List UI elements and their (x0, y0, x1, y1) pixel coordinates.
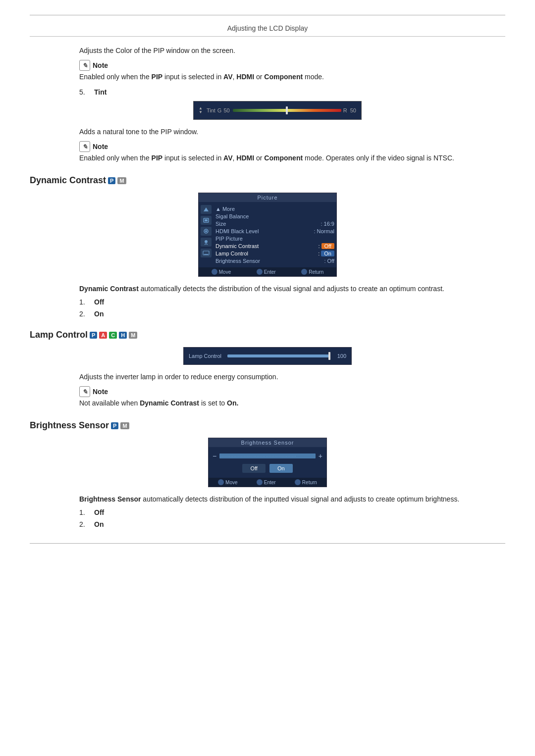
badge-p: P (108, 177, 115, 184)
dc-icon-3 (201, 227, 212, 236)
tint-intro: Adjusts the Color of the PIP window on t… (79, 46, 476, 56)
lamp-slider: Lamp Control 100 (183, 347, 352, 365)
dc-footer-return: Return (301, 269, 323, 275)
lamp-note: ✎ Note Not available when Dynamic Contra… (79, 386, 476, 408)
dc-heading-text: Dynamic Contrast (30, 175, 106, 186)
dc-menu-container: Picture (30, 193, 505, 277)
dc-item-brightness: Brightness Sensor : Off (215, 257, 334, 264)
tint-slider-container: ▲ ▼ Tint G 50 R 50 (79, 101, 476, 120)
lamp-track[interactable] (227, 354, 330, 357)
badge-m-bs: M (120, 422, 129, 429)
brightness-sensor-heading: Brightness Sensor P M (30, 420, 505, 431)
bs-item-off: 1. Off (79, 508, 476, 516)
tint-label: Tint (94, 88, 107, 96)
tint-description: Adds a natural tone to the PIP window. (79, 127, 476, 137)
badge-a-lamp: A (99, 332, 107, 339)
dc-menu-body: ▲ More Sigal Balance Size : 16:9 HDMI Bl… (199, 202, 336, 267)
lamp-thumb (328, 352, 330, 360)
dc-content: Dynamic Contrast automatically detects t… (79, 284, 476, 318)
bs-footer-enter: Enter (257, 479, 276, 485)
page-header: Adjusting the LCD Display (30, 24, 505, 37)
lamp-fill (227, 354, 330, 357)
dc-menu: Picture (198, 193, 337, 277)
tint-track[interactable] (233, 109, 341, 112)
tint-note-text-2: Enabled only when the PIP input is selec… (79, 153, 476, 163)
dc-item-more: ▲ More (215, 205, 334, 212)
page-container: Adjusting the LCD Display Adjusts the Co… (0, 0, 535, 756)
tint-thumb (286, 106, 288, 114)
bs-footer: Move Enter Return (209, 478, 326, 487)
dc-item-dynamic-contrast: Dynamic Contrast : Off (215, 242, 334, 250)
bs-dots: ········································… (220, 454, 296, 458)
badge-p-bs: P (111, 422, 118, 429)
svg-point-5 (205, 240, 208, 243)
tint-section: Adjusts the Color of the PIP window on t… (79, 46, 476, 163)
bs-move-icon (218, 479, 224, 485)
tint-note-2: ✎ Note Enabled only when the PIP input i… (79, 141, 476, 163)
tint-item: 5. Tint (79, 88, 476, 96)
top-rule (30, 15, 505, 15)
bs-item-on: 2. On (79, 520, 476, 528)
badge-m-lamp: M (129, 332, 137, 339)
dynamic-contrast-section: Dynamic Contrast P M Picture (30, 175, 505, 318)
lamp-content: Adjusts the inverter lamp in order to re… (79, 372, 476, 408)
svg-marker-0 (204, 207, 209, 211)
tint-left-value: 50 (223, 107, 229, 113)
brightness-sensor-section: Brightness Sensor P M Brightness Sensor … (30, 420, 505, 528)
enter-icon (257, 269, 263, 275)
bs-content: Brightness Sensor automatically detects … (79, 494, 476, 528)
note-label-2: Note (93, 143, 108, 151)
badge-h-lamp: H (119, 332, 127, 339)
svg-rect-7 (204, 254, 208, 255)
bs-footer-return: Return (295, 479, 317, 485)
bs-enter-icon (257, 479, 263, 485)
bs-buttons-row: Off On (213, 464, 322, 473)
note-icon-2: ✎ (79, 141, 90, 152)
dc-item-lamp: Lamp Control : On (215, 250, 334, 257)
tint-arrows: ▲ ▼ (199, 106, 203, 114)
dynamic-contrast-heading: Dynamic Contrast P M (30, 175, 505, 186)
bs-menu-title: Brightness Sensor (209, 438, 326, 447)
badge-m: M (117, 177, 126, 184)
dc-item-hdmi: HDMI Black Level : Normal (215, 227, 334, 235)
bs-footer-move: Move (218, 479, 237, 485)
lamp-value: 100 (334, 353, 346, 359)
move-icon (212, 269, 217, 275)
dc-footer-enter: Enter (257, 269, 276, 275)
dc-item-sigal: Sigal Balance (215, 212, 334, 220)
dc-menu-icons (201, 205, 212, 264)
dc-item-size: Size : 16:9 (215, 220, 334, 227)
note-icon-lamp: ✎ (79, 386, 90, 397)
bs-plus-icon[interactable]: + (319, 452, 322, 460)
bs-minus-icon[interactable]: − (213, 452, 216, 460)
bs-dots-bar: ········································… (219, 454, 316, 458)
dc-description: Dynamic Contrast automatically detects t… (79, 284, 476, 294)
svg-point-4 (205, 230, 207, 232)
bs-heading-text: Brightness Sensor (30, 420, 109, 431)
lamp-slider-label: Lamp Control (189, 353, 223, 359)
dc-footer-move: Move (212, 269, 231, 275)
lamp-heading-text: Lamp Control (30, 330, 88, 340)
bs-menu: Brightness Sensor − ····················… (208, 438, 327, 487)
bs-minus-row: − ······································… (213, 452, 322, 460)
dc-menu-items: ▲ More Sigal Balance Size : 16:9 HDMI Bl… (215, 205, 334, 264)
bottom-rule (30, 543, 505, 544)
tint-arrow-down: ▼ (199, 110, 203, 114)
bs-menu-body: − ······································… (209, 447, 326, 478)
dc-item-off: 1. Off (79, 298, 476, 306)
dc-item-on: 2. On (79, 310, 476, 318)
tint-right-value: 50 (350, 107, 356, 113)
dc-item-pip: PIP Picture (215, 235, 334, 242)
note-label-1: Note (93, 61, 108, 69)
bs-off-button[interactable]: Off (242, 464, 265, 473)
bs-return-icon (295, 479, 301, 485)
tint-g-label: G (217, 107, 222, 113)
lamp-control-section: Lamp Control P A C H M Lamp Control 100 … (30, 330, 505, 408)
bs-menu-container: Brightness Sensor − ····················… (30, 438, 505, 487)
page-title: Adjusting the LCD Display (227, 24, 308, 32)
badge-c-lamp: C (109, 332, 117, 339)
bs-on-button[interactable]: On (269, 464, 293, 473)
tint-note-1: ✎ Note Enabled only when the PIP input i… (79, 60, 476, 82)
dc-icon-2 (201, 216, 212, 225)
note-label-lamp: Note (93, 388, 108, 396)
